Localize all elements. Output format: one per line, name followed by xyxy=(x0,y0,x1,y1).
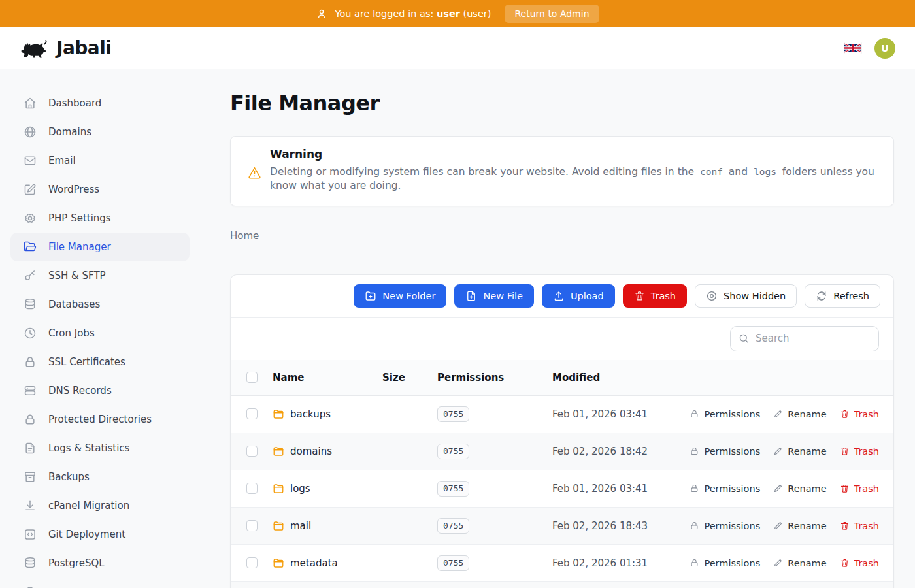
modified-date: Feb 02, 2026 18:42 xyxy=(552,446,690,457)
row-rename-button[interactable]: Rename xyxy=(773,446,826,457)
row-checkbox[interactable] xyxy=(246,446,258,457)
row-rename-button[interactable]: Rename xyxy=(773,558,826,568)
avatar[interactable]: U xyxy=(874,38,895,59)
file-name-link[interactable]: mail xyxy=(290,520,311,532)
sidebar-item-email[interactable]: Email xyxy=(10,146,190,175)
row-checkbox[interactable] xyxy=(246,557,258,568)
folder-icon xyxy=(273,557,284,569)
gear-icon xyxy=(24,212,37,225)
row-trash-button[interactable]: Trash xyxy=(840,483,879,494)
pencil-icon xyxy=(773,521,783,531)
sidebar-item-domains[interactable]: Domains xyxy=(10,118,190,146)
logged-in-username: user xyxy=(437,8,460,19)
col-header-size: Size xyxy=(382,372,437,384)
row-permissions-button[interactable]: Permissions xyxy=(690,483,760,494)
upload-button[interactable]: Upload xyxy=(542,284,615,308)
table-row: mail 0755 Feb 02, 2026 18:43 Permissions… xyxy=(231,508,893,545)
new-folder-button[interactable]: New Folder xyxy=(354,284,446,308)
sidebar-item-php-settings[interactable]: PHP Settings xyxy=(10,204,190,233)
row-rename-button[interactable]: Rename xyxy=(773,483,826,494)
archive-icon xyxy=(24,470,37,483)
file-name-link[interactable]: backups xyxy=(290,408,331,420)
new-file-button[interactable]: New File xyxy=(454,284,534,308)
row-permissions-button[interactable]: Permissions xyxy=(690,521,760,531)
sidebar-item-cron-jobs[interactable]: Cron Jobs xyxy=(10,319,190,348)
sidebar-item-logs-statistics[interactable]: Logs & Statistics xyxy=(10,434,190,463)
row-trash-button[interactable]: Trash xyxy=(840,521,879,531)
sidebar-item-partial[interactable] xyxy=(10,578,190,588)
row-permissions-button[interactable]: Permissions xyxy=(690,446,760,457)
modified-date: Feb 02, 2026 18:43 xyxy=(552,520,690,532)
table-row-partial: 0755 Permissions Rename Trash xyxy=(231,582,893,588)
sidebar-item-databases[interactable]: Databases xyxy=(10,290,190,319)
language-flag-icon[interactable] xyxy=(844,42,861,54)
row-permissions-button[interactable]: Permissions xyxy=(690,409,760,419)
table-row: metadata 0755 Feb 02, 2026 01:31 Permiss… xyxy=(231,545,893,582)
table-row: domains 0755 Feb 02, 2026 18:42 Permissi… xyxy=(231,433,893,470)
trash-button[interactable]: Trash xyxy=(623,284,687,308)
lock-icon xyxy=(24,413,37,426)
clock-icon xyxy=(24,327,37,340)
sidebar-item-dns-records[interactable]: DNS Records xyxy=(10,376,190,405)
trash-icon xyxy=(840,446,850,456)
row-trash-button[interactable]: Trash xyxy=(840,558,879,568)
permissions-badge: 0755 xyxy=(437,444,469,459)
row-checkbox[interactable] xyxy=(246,520,258,531)
sidebar-item-postgresql[interactable]: PostgreSQL xyxy=(10,549,190,578)
row-permissions-button[interactable]: Permissions xyxy=(690,558,760,568)
return-to-admin-button[interactable]: Return to Admin xyxy=(505,5,599,23)
refresh-button[interactable]: Refresh xyxy=(805,284,880,308)
lock-icon xyxy=(24,355,37,368)
sidebar-item-ssl-certificates[interactable]: SSL Certificates xyxy=(10,348,190,376)
file-name-link[interactable]: domains xyxy=(290,446,332,457)
select-all-checkbox[interactable] xyxy=(246,372,258,383)
sidebar-item-dashboard[interactable]: Dashboard xyxy=(10,89,190,118)
home-icon xyxy=(24,97,37,110)
breadcrumb-home-link[interactable]: Home xyxy=(230,230,259,242)
sidebar-item-wordpress[interactable]: WordPress xyxy=(10,175,190,204)
folder-plus-icon xyxy=(365,290,376,302)
main-content: File Manager Warning Deleting or modifyi… xyxy=(230,69,894,588)
sidebar: Dashboard Domains Email WordPress PHP Se… xyxy=(0,69,200,588)
search-row xyxy=(231,318,893,360)
lock-icon xyxy=(690,483,699,493)
sidebar-item-protected-directories[interactable]: Protected Directories xyxy=(10,405,190,434)
file-toolbar: New Folder New File Upload Trash Show Hi… xyxy=(231,275,893,318)
row-rename-button[interactable]: Rename xyxy=(773,409,826,419)
modified-date: Feb 02, 2026 01:31 xyxy=(552,557,690,569)
modified-date: Feb 01, 2026 03:41 xyxy=(552,483,690,495)
warning-triangle-icon xyxy=(248,166,261,193)
file-name-link[interactable]: logs xyxy=(290,483,310,495)
col-header-modified: Modified xyxy=(552,372,879,384)
row-checkbox[interactable] xyxy=(246,483,258,494)
sidebar-item-cpanel-migration[interactable]: cPanel Migration xyxy=(10,491,190,520)
brand-logo[interactable]: Jabali xyxy=(20,37,111,59)
search-input[interactable] xyxy=(730,326,879,351)
show-hidden-icon xyxy=(706,290,718,302)
lock-icon xyxy=(690,521,699,531)
permissions-badge: 0755 xyxy=(437,481,469,497)
sidebar-item-file-manager[interactable]: File Manager xyxy=(10,233,190,261)
file-name-link[interactable]: metadata xyxy=(290,557,338,569)
pencil-icon xyxy=(773,409,783,419)
show-hidden-button[interactable]: Show Hidden xyxy=(695,284,797,308)
sidebar-item-git-deployment[interactable]: Git Deployment xyxy=(10,520,190,549)
trash-icon xyxy=(840,521,850,531)
row-trash-button[interactable]: Trash xyxy=(840,409,879,419)
sidebar-item-backups[interactable]: Backups xyxy=(10,463,190,491)
warning-title: Warning xyxy=(270,148,876,161)
warning-alert: Warning Deleting or modifying system fil… xyxy=(230,136,894,206)
row-rename-button[interactable]: Rename xyxy=(773,521,826,531)
sidebar-item-ssh-sftp[interactable]: SSH & SFTP xyxy=(10,261,190,290)
col-header-name: Name xyxy=(273,372,382,384)
file-text-icon xyxy=(24,442,37,455)
trash-icon xyxy=(840,558,850,568)
row-checkbox[interactable] xyxy=(246,408,258,419)
col-header-permissions: Permissions xyxy=(437,372,552,384)
folder-icon xyxy=(273,520,284,532)
permissions-badge: 0755 xyxy=(437,555,469,571)
trash-icon xyxy=(634,290,645,301)
lock-icon xyxy=(690,558,699,568)
row-trash-button[interactable]: Trash xyxy=(840,446,879,457)
folder-icon xyxy=(273,446,284,457)
